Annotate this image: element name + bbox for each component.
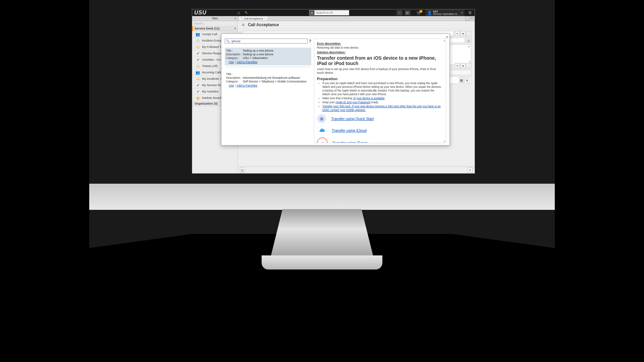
dialog-search-input[interactable]: [231, 39, 306, 43]
transfer-option-quickstart: ◉ Transfer using Quick Start: [317, 114, 442, 123]
search-result[interactable]: Title :Setting up a new iphoneDescriptio…: [225, 48, 311, 65]
article-title: Transfer content from an iOS device to a…: [317, 55, 442, 66]
dialog-search-field: 🔍: [225, 39, 308, 44]
sidebar-item-icon: ✔: [196, 51, 200, 55]
sidebar-item-icon: 🗂: [196, 64, 200, 68]
sidebar-item-icon: 🗂: [196, 39, 200, 43]
panel-headers: Tiles × ✎ Call Acceptance × ▢ ⧉: [192, 16, 475, 21]
transfer-option-itunes: ♫ Transfer using iTunes: [317, 137, 442, 143]
icloud-icon: [317, 125, 327, 135]
global-search-input[interactable]: [315, 11, 349, 15]
pencil-icon: ✎: [240, 17, 243, 20]
add-favorites-link[interactable]: Add to Favorites: [236, 60, 257, 64]
desktop-stage: USU ⌂ ✎ ▾ ☆ ▤ 🛒 👤 SAT Service Operation: [89, 0, 555, 274]
add-icon[interactable]: +: [455, 31, 460, 36]
chevron-down-icon: ▾: [234, 27, 236, 30]
itunes-link[interactable]: Transfer using iTunes: [332, 141, 368, 143]
page-title: Call Acceptance: [248, 22, 279, 27]
chevron-down-icon[interactable]: ▾: [461, 31, 466, 36]
dialog-results-pane: 🔍 ? Title :Setting up a new iphoneDescri…: [225, 39, 311, 143]
tiles-header-label: Tiles: [212, 17, 218, 20]
sim-link[interactable]: Transfer your SIM card. If your new devi…: [322, 105, 441, 112]
logo: USU: [194, 10, 207, 16]
appleid-link[interactable]: Apple-ID and your Password: [335, 101, 370, 104]
list-item: Transfer your SIM card. If your new devi…: [322, 105, 442, 112]
maximize-icon[interactable]: ▢: [465, 16, 469, 20]
scrollbar[interactable]: ▴▾: [443, 39, 446, 143]
list-item: Keep your Apple-ID and your Password rea…: [322, 101, 442, 104]
dialog-close-icon[interactable]: ×: [446, 35, 448, 40]
tab-close-icon[interactable]: ×: [264, 17, 266, 20]
sidebar-item-icon: ✔: [196, 89, 200, 94]
preparation-list: If you own an Apple Watch and have now p…: [322, 81, 442, 112]
logout-icon[interactable]: ⎘: [467, 10, 473, 15]
target-icon[interactable]: ◎: [466, 38, 471, 43]
app-window: USU ⌂ ✎ ▾ ☆ ▤ 🛒 👤 SAT Service Operation: [192, 9, 475, 174]
sidebar-item-label: Kanban Board: [202, 96, 221, 100]
backup-link[interactable]: of your device is available: [353, 97, 385, 100]
clipboard-icon[interactable]: ▤: [405, 10, 410, 15]
edit-icon[interactable]: ✎: [244, 10, 249, 15]
transfer-option-icloud: Transfer using iCloud: [317, 125, 442, 135]
sidebar-item-icon: 👥: [196, 70, 200, 74]
sidebar-item-icon: 🗂: [196, 45, 200, 49]
tab-label: Call Acceptance: [244, 17, 263, 20]
favorite-icon[interactable]: ☆: [397, 10, 402, 15]
tiles-search-input[interactable]: [192, 21, 237, 26]
global-search: ▾: [309, 10, 349, 15]
add-favorites-link[interactable]: Add to Favorites: [236, 84, 257, 87]
tiles-header: Tiles ×: [192, 16, 238, 21]
error-desc-text: Restoring old data to new device.: [317, 46, 442, 50]
article-intro: Learn how to set up your new iOS device …: [317, 67, 442, 75]
dialog-preview-pane: ▴▾ Error description: Restoring old data…: [314, 39, 446, 143]
sidebar-group-label: Organization (3): [195, 102, 218, 105]
help-icon[interactable]: ?: [309, 39, 311, 44]
home-icon[interactable]: ⌂: [236, 10, 241, 15]
icloud-link[interactable]: Transfer using iCloud: [332, 128, 367, 132]
add-icon[interactable]: +: [455, 63, 460, 68]
sidebar-group-service-desk[interactable]: Service Desk (11) ▾: [192, 26, 237, 31]
tab-call-acceptance[interactable]: ✎ Call Acceptance ×: [239, 16, 268, 21]
user-icon: 👤: [427, 11, 432, 15]
user-role: Service Operation S...: [433, 13, 459, 15]
sidebar-item-label: Incoming Calls: [202, 71, 222, 74]
close-icon[interactable]: ×: [468, 167, 473, 173]
use-link[interactable]: Use: [229, 84, 234, 87]
sidebar-item-label: My Activities: [202, 90, 219, 93]
document-tabs: ✎ Call Acceptance × ▢ ⧉: [238, 16, 475, 21]
error-desc-label: Error description:: [317, 42, 442, 45]
user-menu[interactable]: 👤 SAT Service Operation S... ▾: [426, 10, 464, 16]
notifications-icon[interactable]: 🛒: [416, 10, 422, 15]
quickstart-icon: ◉: [317, 114, 326, 123]
notification-badge: [420, 10, 422, 13]
chevron-down-icon[interactable]: ▾: [467, 45, 471, 49]
itunes-icon: ♫: [317, 137, 328, 143]
sidebar-group-label: Service Desk (11): [195, 27, 220, 30]
search-scope-icon[interactable]: ▾: [310, 10, 315, 15]
target-icon[interactable]: ◎: [240, 167, 245, 173]
sidebar-item-icon: 🗂: [196, 77, 200, 81]
sidebar-item-label: Incident-Groups: [202, 39, 223, 42]
chevron-down-icon[interactable]: ▾: [461, 63, 466, 68]
section-preparation: Preparation: [317, 77, 442, 81]
search-result[interactable]: Title :Description :Internetverbindung m…: [225, 71, 311, 89]
popout-icon[interactable]: ⧉: [470, 16, 474, 20]
use-link[interactable]: Use: [229, 60, 234, 64]
more-icon[interactable]: ⋮: [466, 63, 471, 68]
top-bar: USU ⌂ ✎ ▾ ☆ ▤ 🛒 👤 SAT Service Operation: [192, 9, 475, 16]
chevron-down-icon[interactable]: ▾: [465, 77, 470, 83]
list-item: If you own an Apple Watch and have now p…: [322, 81, 442, 96]
hamburger-icon[interactable]: ≡: [242, 22, 245, 27]
chevron-down-icon: ▾: [461, 11, 463, 14]
more-icon[interactable]: ⋮: [466, 31, 471, 36]
list-item: Make sure that a backup of your device i…: [322, 97, 442, 100]
tiles-close-icon[interactable]: ×: [234, 17, 236, 20]
search-icon: 🔍: [226, 40, 230, 43]
main-header: ≡ Call Acceptance: [238, 21, 475, 29]
sidebar-item-icon: ▦: [196, 96, 200, 100]
solution-desc-label: Solution description:: [317, 51, 442, 54]
sidebar-item-icon: ✔: [196, 83, 200, 87]
grid-icon[interactable]: ▦: [459, 77, 464, 83]
quickstart-link[interactable]: Transfer using Quick Start: [331, 117, 374, 121]
sidebar-item-label: My Incidents: [202, 77, 219, 80]
